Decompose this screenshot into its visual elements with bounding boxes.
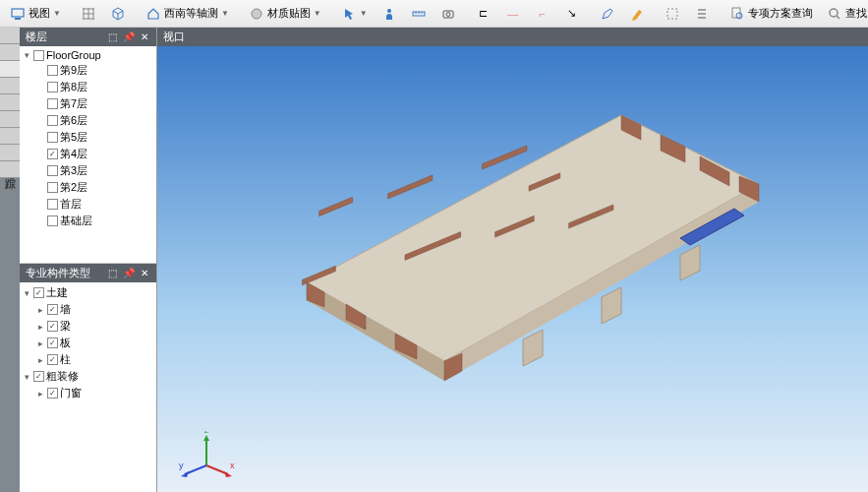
left-tab-track[interactable]: 跟踪 <box>0 161 20 178</box>
expand-icon[interactable]: ▸ <box>35 338 45 348</box>
floors-panel-header: 楼层 ⬚ 📌 ✕ <box>20 28 156 46</box>
checkbox[interactable] <box>33 50 44 61</box>
svg-point-2 <box>252 9 261 19</box>
checkbox[interactable] <box>47 65 58 76</box>
tree-item-label: 基础层 <box>60 214 154 228</box>
camera-button[interactable] <box>434 4 462 24</box>
tree-item[interactable]: 第9层 <box>22 62 154 79</box>
tool4-button[interactable]: ↘ <box>558 4 586 24</box>
cursor-button[interactable]: ▼ <box>335 4 374 24</box>
svg-rect-25 <box>318 197 352 215</box>
checkbox[interactable]: ✓ <box>33 371 44 382</box>
checkbox[interactable]: ✓ <box>47 354 58 365</box>
tree-item[interactable]: ▸✓墙 <box>22 301 154 318</box>
left-tab-simulate[interactable]: 模拟 <box>0 94 20 111</box>
checkbox[interactable]: ✓ <box>33 287 44 298</box>
tree-group[interactable]: ▾✓土建 <box>22 284 154 301</box>
pin-icon[interactable]: 📌 <box>121 31 137 42</box>
pen-button[interactable] <box>594 4 621 24</box>
tool2-button[interactable]: — <box>499 4 527 24</box>
grid-button[interactable] <box>75 4 102 24</box>
left-tab-import[interactable]: 导入 <box>0 44 20 61</box>
collapse-icon[interactable]: ▾ <box>22 288 31 298</box>
tree-item[interactable]: 第6层 <box>22 112 154 129</box>
checkbox[interactable] <box>47 165 58 176</box>
view-button[interactable]: 视图 ▼ <box>4 4 67 24</box>
tool3-button[interactable]: ⌐ <box>529 4 556 24</box>
dropdown-icon: ▼ <box>53 9 61 18</box>
left-tab-manage[interactable]: 管理 <box>0 145 20 161</box>
tree-group[interactable]: ▾✓粗装修 <box>22 368 154 385</box>
svg-marker-38 <box>203 435 209 441</box>
clip-button[interactable] <box>659 4 686 24</box>
checkbox[interactable]: ✓ <box>47 388 58 399</box>
viewport: 视口 <box>157 28 868 492</box>
checkbox[interactable] <box>47 115 58 126</box>
tree-item[interactable]: ▸✓柱 <box>22 351 154 368</box>
tree-root[interactable]: ▾ FloorGroup <box>22 48 154 62</box>
tree-item[interactable]: 第5层 <box>22 129 154 146</box>
special-query-button[interactable]: 专项方案查询 <box>723 4 819 24</box>
tool1-button[interactable]: ⊏ <box>470 4 497 24</box>
left-tab-review[interactable]: 查阅 <box>0 111 20 128</box>
expand-icon[interactable]: ▸ <box>35 322 45 332</box>
cursor-icon <box>341 6 357 22</box>
tree-item[interactable]: 第7层 <box>22 95 154 112</box>
tree-item[interactable]: ▸✓板 <box>22 335 154 351</box>
close-icon[interactable]: ✕ <box>139 268 150 278</box>
checkbox[interactable] <box>47 215 58 226</box>
collapse-icon[interactable]: ▾ <box>22 372 31 382</box>
tree-item-label: 第9层 <box>60 63 154 78</box>
tree-item[interactable]: ▸✓门窗 <box>22 385 154 401</box>
highlight-button[interactable] <box>623 4 651 24</box>
svg-point-6 <box>446 12 450 16</box>
tree-item-label: 梁 <box>60 319 154 334</box>
tree-item-label: 第4层 <box>60 147 154 161</box>
search-button[interactable]: 查找 <box>821 4 868 24</box>
tree-item[interactable]: 基础层 <box>22 213 154 229</box>
types-panel: 专业构件类型 ⬚ 📌 ✕ ▾✓土建▸✓墙▸✓梁▸✓板▸✓柱▾✓粗装修▸✓门窗 <box>20 264 156 492</box>
bracket-icon: ⊏ <box>476 6 492 22</box>
tree-item[interactable]: 第8层 <box>22 79 154 95</box>
checkbox[interactable]: ✓ <box>47 149 58 159</box>
cube-button[interactable] <box>104 4 132 24</box>
checkbox[interactable] <box>47 98 58 109</box>
left-tab-view[interactable]: 视图 <box>0 61 20 78</box>
checkbox[interactable] <box>47 182 58 193</box>
checkbox[interactable] <box>47 132 58 143</box>
svg-marker-41 <box>224 471 232 477</box>
left-tab-diagram2[interactable]: 图 <box>0 128 20 145</box>
tree-item[interactable]: 第2层 <box>22 179 154 196</box>
collapse-icon[interactable]: ▾ <box>22 50 31 60</box>
expand-icon[interactable]: ▸ <box>35 305 45 315</box>
pin-icon[interactable]: ⬚ <box>106 31 119 42</box>
sw-iso-button[interactable]: 西南等轴测 ▼ <box>140 4 235 24</box>
camera-icon <box>440 6 456 22</box>
checkbox[interactable]: ✓ <box>47 321 58 332</box>
left-tab-materials[interactable]: 资料 <box>0 28 20 44</box>
texture-button[interactable]: 材质贴图 ▼ <box>243 4 327 24</box>
checkbox[interactable] <box>47 82 58 92</box>
left-tab-diagram[interactable]: 图 <box>0 78 20 94</box>
checkbox[interactable]: ✓ <box>47 304 58 315</box>
axis-gizmo[interactable]: z x y <box>177 431 236 480</box>
expand-icon[interactable]: ▸ <box>35 389 45 399</box>
measure-button[interactable] <box>405 4 433 24</box>
tree-item[interactable]: 第3层 <box>22 162 154 179</box>
tree-item[interactable]: ▸✓梁 <box>22 318 154 335</box>
bars-button[interactable] <box>688 4 716 24</box>
pin-icon[interactable]: ⬚ <box>106 268 119 278</box>
close-icon[interactable]: ✕ <box>139 31 150 42</box>
checkbox[interactable] <box>47 199 58 210</box>
tree-item-label: 第3层 <box>60 163 154 178</box>
tree-item[interactable]: 首层 <box>22 196 154 213</box>
texture-label: 材质贴图 <box>267 6 311 21</box>
svg-marker-35 <box>602 287 621 324</box>
viewport-canvas[interactable]: z x y <box>157 46 868 492</box>
svg-marker-36 <box>680 245 700 280</box>
checkbox[interactable]: ✓ <box>47 338 58 348</box>
tree-item[interactable]: ✓第4层 <box>22 146 154 162</box>
expand-icon[interactable]: ▸ <box>35 355 45 365</box>
pin-icon[interactable]: 📌 <box>121 268 137 278</box>
person-button[interactable] <box>376 4 403 24</box>
